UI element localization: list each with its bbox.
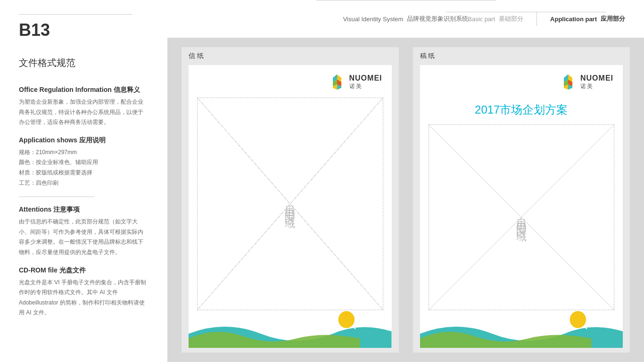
section-cdrom: CD-ROM file 光盘文件 光盘文件是本 VI 手册电子文件的集合，内含手… <box>19 266 149 318</box>
page-code: B13 <box>19 20 149 40</box>
nav-vert-divider <box>537 12 537 26</box>
section-attentions: Attentions 注意事项 由于信息的不确定性，此页部分规范（如文字大小、间… <box>19 206 149 257</box>
nav-right-line <box>446 12 606 12</box>
section-text-office: 为塑造企业新形象，加强企业内部管理，配合企业商务礼仪规范，特设计各种办公系统用品… <box>19 97 149 128</box>
section-text-cd: 光盘文件是本 VI 手册电子文件的集合，内含手册制作时的专用软件格式文件。其中 … <box>19 278 149 318</box>
draft-header: NUOMEI 诺美 <box>420 65 623 95</box>
draft-title: 2017市场企划方案 <box>420 95 623 122</box>
svg-line-20 <box>585 310 587 312</box>
letter-waves <box>189 310 392 348</box>
letter-card: 信 纸 NUOMEI 诺美 <box>182 47 399 353</box>
letter-label: 信 纸 <box>189 52 392 60</box>
nav-right: Basic part 基础部分 Application part 应用部分 <box>468 12 625 26</box>
section-title-cd: CD-ROM file 光盘文件 <box>19 266 149 275</box>
section-text-att: 由于信息的不确定性，此页部分规范（如文字大小、间距等）可作为参考使用，具体可根据… <box>19 217 149 257</box>
draft-logo: NUOMEI 诺美 <box>560 74 613 90</box>
svg-line-11 <box>338 310 339 312</box>
top-nav: Visual Identity System 品牌视觉形象识别系统 Basic … <box>167 0 644 38</box>
draft-logo-text: NUOMEI 诺美 <box>580 74 613 90</box>
svg-point-18 <box>570 311 586 328</box>
section-text-app: 规格：210mm×297mm 颜色：按企业标准色、辅助应用 材质：胶版纸或根据需… <box>19 148 149 188</box>
nuomei-logo-icon <box>329 74 346 90</box>
draft-bottom <box>420 310 623 348</box>
section-title-app: Application shows 应用说明 <box>19 136 149 145</box>
left-panel: B13 文件格式规范 Office Regulation Information… <box>0 0 167 362</box>
letter-header: NUOMEI 诺美 <box>189 65 392 95</box>
nav-app-cn: 应用部分 <box>601 15 625 23</box>
nav-vis-id: Visual Identity System <box>343 16 404 23</box>
nuomei-logo-icon-2 <box>560 74 577 90</box>
draft-doc: NUOMEI 诺美 2017市场企划方案 自由书写区域 <box>420 65 623 348</box>
svg-point-6 <box>339 311 355 328</box>
letter-logo-cn: 诺美 <box>349 82 363 90</box>
section-divider <box>19 197 94 197</box>
letter-logo-text: NUOMEI 诺美 <box>349 74 382 90</box>
svg-line-8 <box>354 310 355 312</box>
letter-logo: NUOMEI 诺美 <box>329 74 382 90</box>
nav-top-line <box>316 0 495 0</box>
draft-free-text: 自由书写区域 <box>514 209 528 226</box>
top-divider <box>19 14 132 15</box>
letter-logo-en: NUOMEI <box>349 74 382 82</box>
draft-card: 稿 纸 NUOMEI 诺美 <box>413 47 630 353</box>
section-application: Application shows 应用说明 规格：210mm×297mm 颜色… <box>19 136 149 188</box>
letter-free-text: 自由书写区域 <box>283 196 297 213</box>
draft-free-area: 自由书写区域 <box>429 124 615 310</box>
nav-brand-cn: 品牌视觉形象识别系统 <box>407 15 468 23</box>
section-office-regulation: Office Regulation Information 信息释义 为塑造企业… <box>19 86 149 128</box>
letter-free-area: 自由书写区域 <box>197 98 383 310</box>
section-title-att: Attentions 注意事项 <box>19 206 149 214</box>
nav-app-en: Application part <box>550 16 597 23</box>
draft-waves <box>420 310 623 348</box>
draft-label: 稿 纸 <box>420 52 623 60</box>
nav-basic-cn: 基础部分 <box>499 15 523 23</box>
letter-bottom <box>189 310 392 348</box>
letter-doc: NUOMEI 诺美 自由书写区域 <box>189 65 392 348</box>
svg-line-23 <box>569 310 570 312</box>
main-title: 文件格式规范 <box>19 57 149 69</box>
draft-logo-cn: 诺美 <box>580 82 594 90</box>
section-title-office: Office Regulation Information 信息释义 <box>19 86 149 94</box>
nav-center: Visual Identity System 品牌视觉形象识别系统 <box>343 15 469 23</box>
draft-logo-en: NUOMEI <box>580 74 613 82</box>
right-content: 信 纸 NUOMEI 诺美 <box>167 38 644 362</box>
nav-basic-en: Basic part <box>468 16 495 23</box>
